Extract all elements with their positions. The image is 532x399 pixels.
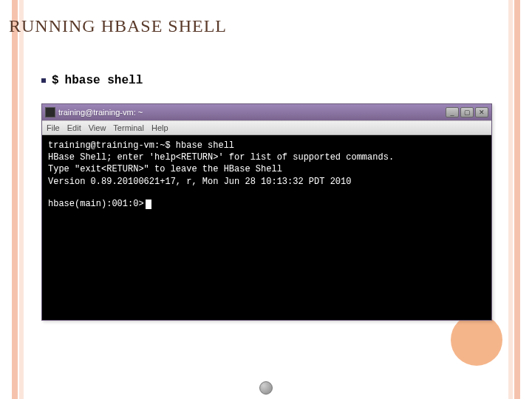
menu-help[interactable]: Help [151, 123, 168, 132]
titlebar: training@training-vm: ~ _ ▢ ✕ [42, 104, 491, 120]
terminal-line: Type "exit<RETURN>" to leave the HBase S… [48, 163, 485, 175]
decor-stripe-left-1 [12, 0, 18, 399]
menu-file[interactable]: File [47, 123, 60, 132]
bullet-icon [41, 78, 46, 83]
minimize-button[interactable]: _ [446, 107, 459, 117]
slide-title: RUNNING HBASE SHELL [9, 16, 227, 36]
menu-terminal[interactable]: Terminal [113, 123, 144, 132]
decor-stripe-right-1 [514, 0, 520, 399]
menubar: File Edit View Terminal Help [42, 120, 491, 135]
terminal-window: training@training-vm: ~ _ ▢ ✕ File Edit … [41, 103, 492, 321]
command-line: $ hbase shell [41, 74, 143, 87]
shell-prompt: $ [52, 74, 59, 87]
terminal-line: Version 0.89.20100621+17, r, Mon Jun 28 … [48, 176, 485, 188]
maximize-button[interactable]: ▢ [460, 107, 474, 117]
window-title: training@training-vm: ~ [58, 108, 443, 117]
terminal-blank [48, 188, 485, 198]
shell-command: hbase shell [65, 74, 143, 87]
terminal-prompt: hbase(main):001:0> [48, 198, 485, 210]
terminal-line: HBase Shell; enter 'help<RETURN>' for li… [48, 151, 485, 163]
cursor-icon [146, 200, 151, 209]
decor-stripe-left-2 [19, 0, 24, 399]
nav-dot-icon [259, 381, 273, 395]
terminal-line: training@training-vm:~$ hbase shell [48, 140, 485, 151]
menu-view[interactable]: View [89, 123, 106, 132]
decor-stripe-right-2 [508, 0, 513, 399]
terminal-icon [45, 107, 55, 117]
window-controls: _ ▢ ✕ [446, 107, 488, 117]
menu-edit[interactable]: Edit [67, 123, 81, 132]
hbase-prompt: hbase(main):001:0> [48, 199, 144, 209]
decor-circle [451, 314, 502, 366]
close-button[interactable]: ✕ [475, 107, 488, 117]
terminal-body[interactable]: training@training-vm:~$ hbase shell HBas… [42, 135, 491, 320]
